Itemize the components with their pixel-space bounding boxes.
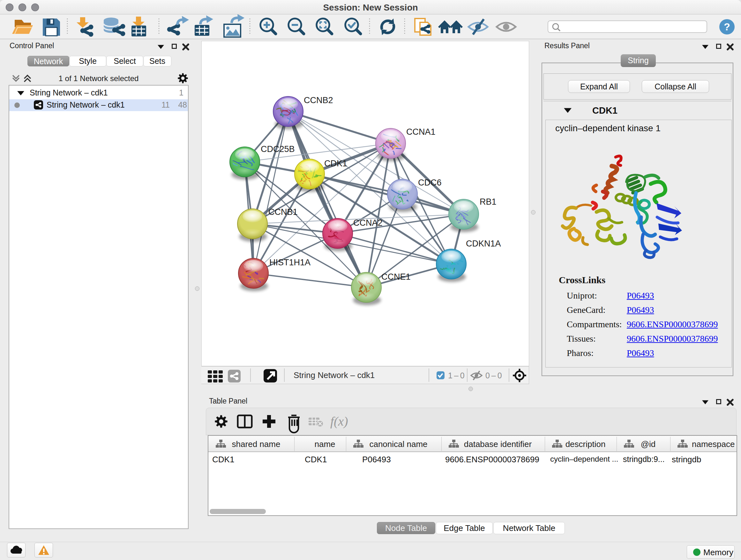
svg-text:CDC25B: CDC25B (261, 144, 295, 154)
svg-text:CDK1: CDK1 (324, 159, 347, 168)
svg-text:RB1: RB1 (480, 197, 496, 206)
svg-text:CDC6: CDC6 (418, 178, 442, 187)
svg-text:CCNA1: CCNA1 (406, 127, 435, 137)
svg-text:CCNE1: CCNE1 (381, 272, 411, 282)
svg-text:CDKN1A: CDKN1A (466, 239, 501, 248)
svg-text:CCNA2: CCNA2 (353, 218, 383, 228)
svg-text:HIST1H1A: HIST1H1A (269, 258, 311, 267)
svg-text:CCNB2: CCNB2 (304, 96, 333, 105)
svg-text:CCNB1: CCNB1 (268, 207, 298, 217)
svg-text:f(x): f(x) (330, 414, 348, 428)
